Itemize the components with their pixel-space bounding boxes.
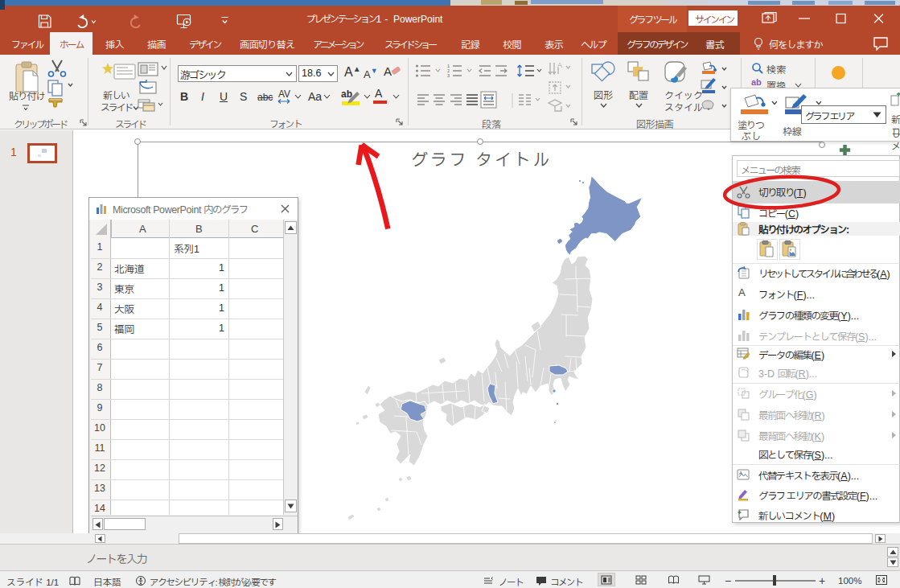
svg-text:A: A bbox=[739, 471, 742, 475]
svg-text:3: 3 bbox=[447, 73, 450, 78]
svg-text:A: A bbox=[557, 61, 562, 69]
